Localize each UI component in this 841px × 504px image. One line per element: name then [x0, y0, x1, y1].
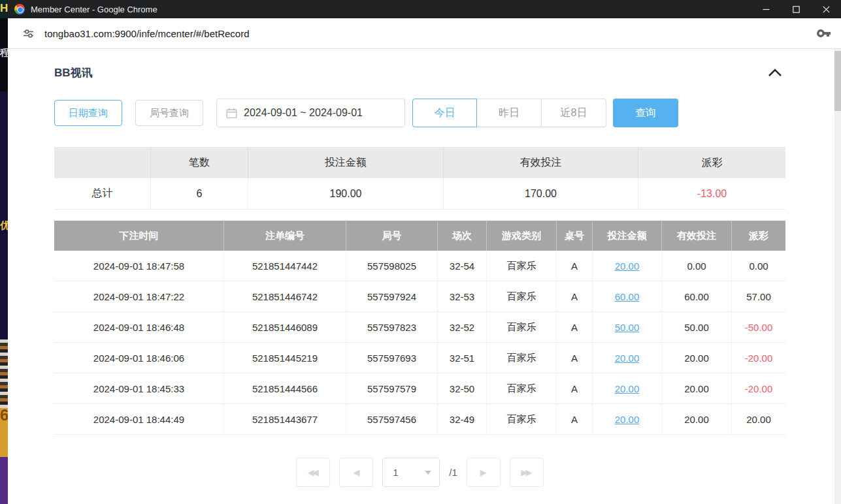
- summary-table: 笔数投注金额有效投注派彩 总计 6 190.00 170.00 -13.00: [54, 147, 785, 210]
- cell-game: 百家乐: [487, 404, 557, 434]
- cell-session: 32-52: [438, 312, 487, 342]
- summary-header-row: 笔数投注金额有效投注派彩: [54, 147, 785, 178]
- today-button[interactable]: 今日: [412, 99, 477, 127]
- first-page-button[interactable]: ◀◀: [296, 458, 330, 487]
- cell-table: A: [557, 281, 593, 311]
- cell-round: 557597823: [346, 312, 438, 342]
- background-segment: [0, 408, 8, 457]
- table-header-cell: 派彩: [732, 221, 785, 251]
- background-segment: [0, 91, 8, 339]
- summary-header-cell: 派彩: [638, 147, 785, 178]
- cell-valid: 20.00: [662, 373, 732, 403]
- cell-amount: 20.00: [593, 373, 662, 403]
- date-query-button[interactable]: 日期查询: [54, 100, 122, 126]
- cell-time: 2024-09-01 18:46:06: [54, 343, 224, 373]
- bet-amount-link[interactable]: 20.00: [615, 383, 640, 394]
- background-segment: [0, 339, 8, 408]
- table-row: 2024-09-01 18:46:48521851446089557597823…: [54, 312, 785, 343]
- password-key-icon[interactable]: [816, 25, 832, 41]
- yesterday-button[interactable]: 昨日: [477, 99, 542, 127]
- table-row: 2024-09-01 18:47:22521851446742557597924…: [54, 281, 785, 312]
- page-total: /1: [449, 467, 457, 478]
- summary-header-cell: 投注金额: [248, 147, 444, 178]
- background-segment: [0, 0, 8, 18]
- summary-count: 6: [151, 178, 248, 210]
- table-header-cell: 局号: [346, 221, 438, 251]
- cell-valid: 20.00: [662, 404, 732, 434]
- maximize-button[interactable]: [781, 0, 811, 18]
- next-page-button[interactable]: ▶: [467, 458, 501, 487]
- cell-table: A: [557, 312, 593, 342]
- collapse-chevron-up-icon[interactable]: [768, 69, 782, 77]
- date-range-value: 2024-09-01 ~ 2024-09-01: [244, 107, 363, 119]
- round-query-button[interactable]: 局号查询: [135, 100, 203, 126]
- scrollbar-thumb[interactable]: [834, 51, 841, 111]
- cell-round: 557597924: [346, 281, 438, 311]
- cell-table: A: [557, 343, 593, 373]
- site-settings-icon[interactable]: [22, 27, 35, 40]
- cell-bet_id: 521851445219: [224, 343, 346, 373]
- cell-round: 557598025: [346, 251, 438, 281]
- search-button[interactable]: 查询: [613, 99, 678, 127]
- table-header-cell: 场次: [438, 221, 487, 251]
- cell-time: 2024-09-01 18:47:58: [54, 251, 224, 281]
- last8days-button[interactable]: 近8日: [542, 99, 606, 127]
- bet-amount-link[interactable]: 20.00: [615, 260, 640, 272]
- cell-amount: 20.00: [593, 343, 662, 373]
- quick-range-group: 今日 昨日 近8日: [412, 99, 606, 127]
- background-segment: [0, 457, 8, 504]
- window-controls: [751, 0, 841, 18]
- table-header-cell: 有效投注: [662, 221, 732, 251]
- cell-valid: 60.00: [662, 281, 732, 311]
- cell-payout: 0.00: [732, 251, 785, 281]
- cell-bet_id: 521851446089: [224, 312, 346, 342]
- window-title: Member Center - Google Chrome: [31, 5, 751, 14]
- scrollbar[interactable]: [834, 49, 841, 504]
- cell-round: 557597456: [346, 404, 438, 434]
- minimize-button[interactable]: [751, 0, 781, 18]
- table-header-cell: 游戏类别: [487, 221, 557, 251]
- chevron-down-icon: [425, 471, 431, 475]
- section-title: BB视讯: [54, 65, 93, 80]
- cell-game: 百家乐: [487, 251, 557, 281]
- address-bar[interactable]: tongbao31.com:9900/infe/mcenter/#/betRec…: [44, 28, 816, 39]
- table-header-cell: 注单编号: [224, 221, 346, 251]
- bet-table-header-row: 下注时间注单编号局号场次游戏类别桌号投注金额有效投注派彩: [54, 221, 785, 251]
- table-header-cell: 下注时间: [54, 221, 224, 251]
- table-row: 2024-09-01 18:44:49521851443677557597456…: [54, 404, 785, 435]
- calendar-icon: [226, 108, 237, 119]
- cell-game: 百家乐: [487, 343, 557, 373]
- cell-amount: 20.00: [593, 404, 662, 434]
- bet-amount-link[interactable]: 20.00: [615, 353, 640, 364]
- cell-payout: -20.00: [732, 343, 785, 373]
- summary-valid-bet: 170.00: [444, 178, 638, 210]
- cell-session: 32-50: [438, 373, 487, 403]
- cell-game: 百家乐: [487, 312, 557, 342]
- page-select[interactable]: 1: [382, 458, 440, 487]
- summary-payout: -13.00: [638, 178, 785, 210]
- cell-table: A: [557, 404, 593, 434]
- table-header-cell: 桌号: [557, 221, 593, 251]
- cell-valid: 20.00: [662, 343, 732, 373]
- cell-time: 2024-09-01 18:47:22: [54, 281, 224, 311]
- pagination: ◀◀ ◀ 1 /1 ▶ ▶▶: [54, 458, 785, 487]
- cell-amount: 20.00: [593, 251, 662, 281]
- table-header-cell: 投注金额: [593, 221, 662, 251]
- date-range-picker[interactable]: 2024-09-01 ~ 2024-09-01: [216, 99, 405, 127]
- bet-amount-link[interactable]: 20.00: [615, 414, 640, 425]
- bet-amount-link[interactable]: 50.00: [615, 322, 640, 333]
- last-page-button[interactable]: ▶▶: [510, 458, 544, 487]
- window-titlebar: Member Center - Google Chrome: [8, 0, 841, 18]
- prev-page-button[interactable]: ◀: [339, 458, 373, 487]
- cell-game: 百家乐: [487, 373, 557, 403]
- close-button[interactable]: [811, 0, 841, 18]
- bet-amount-link[interactable]: 60.00: [615, 291, 640, 302]
- summary-header-cell: 笔数: [151, 147, 248, 178]
- table-row: 2024-09-01 18:46:06521851445219557597693…: [54, 343, 785, 373]
- cell-session: 32-51: [438, 343, 487, 373]
- page-select-value: 1: [393, 467, 425, 478]
- summary-header-cell: [54, 147, 151, 178]
- cell-table: A: [557, 373, 593, 403]
- cell-session: 32-49: [438, 404, 487, 434]
- summary-body-row: 总计 6 190.00 170.00 -13.00: [54, 178, 785, 210]
